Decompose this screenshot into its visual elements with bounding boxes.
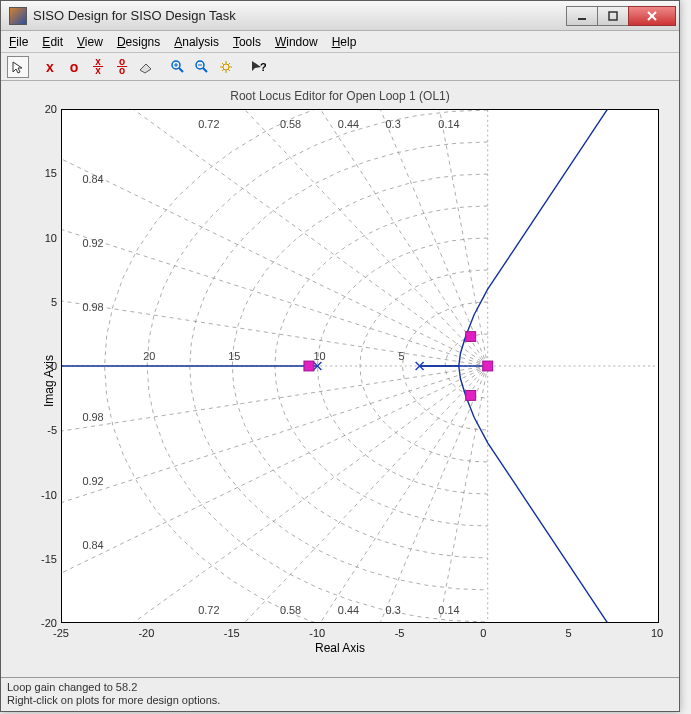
svg-line-16 xyxy=(392,366,487,622)
x-tick: 10 xyxy=(651,627,663,639)
svg-text:0.58: 0.58 xyxy=(280,604,301,616)
window-controls xyxy=(567,6,676,26)
window-title: SISO Design for SISO Design Task xyxy=(33,8,567,23)
menu-window[interactable]: Window xyxy=(275,35,318,49)
titlebar: SISO Design for SISO Design Task xyxy=(1,1,679,31)
svg-text:0.44: 0.44 xyxy=(338,118,359,130)
svg-line-19 xyxy=(188,110,488,366)
status-line-1: Loop gain changed to 58.2 xyxy=(7,681,673,694)
minimize-button[interactable] xyxy=(566,6,598,26)
matlab-icon xyxy=(9,7,27,25)
y-tick: -20 xyxy=(35,617,57,629)
plot-title: Root Locus Editor for Open Loop 1 (OL1) xyxy=(11,89,669,103)
svg-line-28 xyxy=(62,366,488,567)
svg-text:0.98: 0.98 xyxy=(82,301,103,313)
close-button[interactable] xyxy=(628,6,676,26)
add-complex-pole-icon[interactable]: xx xyxy=(87,56,109,78)
svg-text:15: 15 xyxy=(228,350,240,362)
y-tick: 10 xyxy=(35,232,57,244)
svg-text:5: 5 xyxy=(399,350,405,362)
svg-line-5 xyxy=(179,68,183,72)
svg-line-23 xyxy=(62,110,488,366)
svg-text:0.58: 0.58 xyxy=(280,118,301,130)
svg-rect-1 xyxy=(609,12,617,20)
add-complex-zero-icon[interactable]: oo xyxy=(111,56,133,78)
status-bar: Loop gain changed to 58.2 Right-click on… xyxy=(1,677,679,711)
y-tick: 5 xyxy=(35,296,57,308)
y-tick: 15 xyxy=(35,167,57,179)
svg-line-9 xyxy=(203,68,207,72)
svg-text:0.92: 0.92 xyxy=(82,237,103,249)
menu-tools[interactable]: Tools xyxy=(233,35,261,49)
y-tick: -10 xyxy=(35,489,57,501)
x-tick: -5 xyxy=(395,627,405,639)
svg-text:0.72: 0.72 xyxy=(198,604,219,616)
svg-rect-43 xyxy=(304,361,314,371)
x-tick: -20 xyxy=(138,627,154,639)
x-tick: 5 xyxy=(566,627,572,639)
svg-line-22 xyxy=(93,366,488,622)
svg-point-11 xyxy=(223,64,229,70)
menubar: File Edit View Designs Analysis Tools Wi… xyxy=(1,31,679,53)
x-tick: 0 xyxy=(480,627,486,639)
menu-analysis[interactable]: Analysis xyxy=(174,35,219,49)
svg-line-20 xyxy=(188,366,488,622)
svg-rect-40 xyxy=(466,332,476,342)
svg-text:0.3: 0.3 xyxy=(386,604,401,616)
root-locus-plot[interactable]: 0.720.720.580.580.440.440.30.30.140.140.… xyxy=(62,110,658,622)
svg-line-17 xyxy=(283,110,487,366)
svg-line-21 xyxy=(93,110,488,366)
menu-edit[interactable]: Edit xyxy=(42,35,63,49)
svg-text:10: 10 xyxy=(313,350,325,362)
whats-this-icon[interactable]: ? xyxy=(247,56,269,78)
toolbar: x o xx oo ? xyxy=(1,53,679,81)
y-tick: 20 xyxy=(35,103,57,115)
plot-panel: Root Locus Editor for Open Loop 1 (OL1) … xyxy=(1,81,679,677)
svg-line-15 xyxy=(392,110,487,366)
menu-view[interactable]: View xyxy=(77,35,103,49)
status-line-2: Right-click on plots for more design opt… xyxy=(7,694,673,707)
menu-file[interactable]: File xyxy=(9,35,28,49)
zoom-out-icon[interactable] xyxy=(191,56,213,78)
svg-text:0.84: 0.84 xyxy=(82,539,103,551)
pan-icon[interactable] xyxy=(215,56,237,78)
zoom-in-icon[interactable] xyxy=(167,56,189,78)
svg-line-25 xyxy=(62,110,488,366)
svg-text:0.92: 0.92 xyxy=(82,475,103,487)
svg-line-24 xyxy=(62,366,488,622)
menu-help[interactable]: Help xyxy=(332,35,357,49)
svg-line-26 xyxy=(62,366,488,622)
y-tick: -5 xyxy=(35,424,57,436)
x-tick: -15 xyxy=(224,627,240,639)
svg-text:0.14: 0.14 xyxy=(438,604,459,616)
svg-text:0.3: 0.3 xyxy=(386,118,401,130)
svg-text:0.44: 0.44 xyxy=(338,604,359,616)
app-window: SISO Design for SISO Design Task File Ed… xyxy=(0,0,680,712)
svg-text:0.72: 0.72 xyxy=(198,118,219,130)
svg-line-30 xyxy=(62,366,488,468)
x-axis-label: Real Axis xyxy=(11,641,669,655)
svg-rect-42 xyxy=(483,361,493,371)
svg-text:?: ? xyxy=(260,61,266,73)
svg-line-29 xyxy=(62,264,488,366)
menu-designs[interactable]: Designs xyxy=(117,35,160,49)
svg-rect-41 xyxy=(466,391,476,401)
svg-text:0.98: 0.98 xyxy=(82,411,103,423)
svg-line-27 xyxy=(62,165,488,366)
svg-line-18 xyxy=(283,366,487,622)
svg-text:0.14: 0.14 xyxy=(438,118,459,130)
root-locus-axes[interactable]: 0.720.720.580.580.440.440.30.30.140.140.… xyxy=(61,109,659,623)
eraser-icon[interactable] xyxy=(135,56,157,78)
svg-text:20: 20 xyxy=(143,350,155,362)
add-pole-icon[interactable]: x xyxy=(39,56,61,78)
add-zero-icon[interactable]: o xyxy=(63,56,85,78)
y-tick: 0 xyxy=(35,360,57,372)
arrow-tool-icon[interactable] xyxy=(7,56,29,78)
y-tick: -15 xyxy=(35,553,57,565)
maximize-button[interactable] xyxy=(597,6,629,26)
x-tick: -10 xyxy=(309,627,325,639)
svg-text:0.84: 0.84 xyxy=(82,173,103,185)
